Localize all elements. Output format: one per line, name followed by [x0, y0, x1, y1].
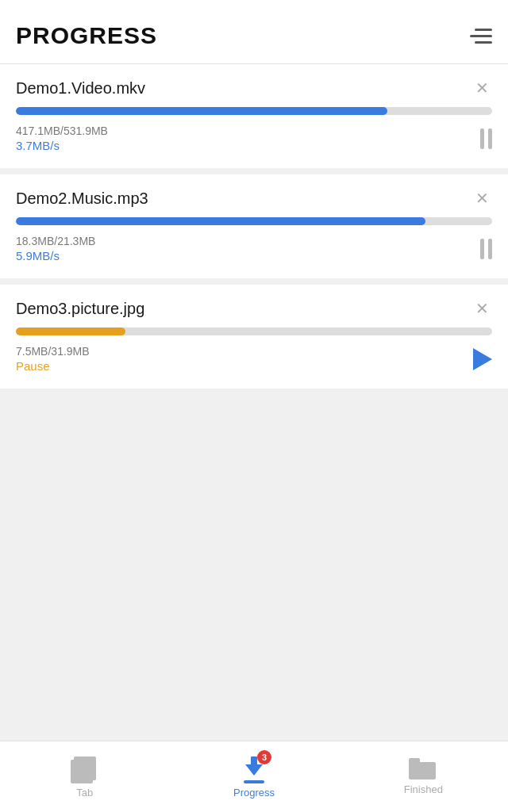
- progress-badge: 3: [257, 750, 271, 764]
- download-underline: [244, 780, 264, 783]
- folder-icon: [409, 758, 437, 780]
- item3-size: 7.5MB/31.9MB: [16, 345, 90, 358]
- nav-progress[interactable]: 3 Progress: [169, 741, 338, 812]
- pause-bar-left: [480, 128, 484, 149]
- nav-tab-label: Tab: [76, 787, 93, 799]
- tab-icon: [71, 755, 99, 783]
- menu-icon-line1: [475, 29, 492, 31]
- item1-stats: 417.1MB/531.9MB 3.7MB/s: [16, 124, 108, 152]
- item3-speed: Pause: [16, 359, 90, 373]
- item2-progress-track: [16, 217, 492, 225]
- download-item-2: Demo2.Music.mp3 ✕ 18.3MB/21.3MB 5.9MB/s: [0, 174, 508, 278]
- item1-pause-button[interactable]: [480, 128, 492, 149]
- download-item-3: Demo3.picture.jpg ✕ 7.5MB/31.9MB Pause: [0, 285, 508, 389]
- item2-stats: 18.3MB/21.3MB 5.9MB/s: [16, 235, 95, 262]
- item2-speed: 5.9MB/s: [16, 249, 95, 262]
- item2-close-button[interactable]: ✕: [472, 189, 492, 208]
- item2-filename: Demo2.Music.mp3: [16, 190, 148, 208]
- nav-finished[interactable]: Finished: [339, 741, 508, 812]
- download-item-1: Demo1.Video.mkv ✕ 417.1MB/531.9MB 3.7MB/…: [0, 64, 508, 168]
- item2-progress-fill: [16, 217, 425, 225]
- item3-play-button[interactable]: [473, 348, 492, 370]
- item3-footer: 7.5MB/31.9MB Pause: [16, 345, 492, 373]
- item1-footer: 417.1MB/531.9MB 3.7MB/s: [16, 124, 492, 152]
- item1-progress-fill: [16, 107, 387, 115]
- content-area: Demo1.Video.mkv ✕ 417.1MB/531.9MB 3.7MB/…: [0, 64, 508, 741]
- nav-finished-label: Finished: [404, 783, 443, 795]
- item1-progress-track: [16, 107, 492, 115]
- nav-tab[interactable]: Tab: [0, 741, 169, 812]
- item1-filename: Demo1.Video.mkv: [16, 79, 145, 98]
- folder-body: [409, 762, 436, 779]
- pause-bar2-left: [480, 239, 484, 259]
- item3-progress-track: [16, 327, 492, 335]
- tab-icon-front: [71, 760, 93, 783]
- item3-close-button[interactable]: ✕: [472, 299, 492, 318]
- menu-button[interactable]: [470, 29, 492, 44]
- menu-icon-line3: [475, 41, 492, 44]
- header: PROGRESS: [0, 0, 508, 64]
- progress-nav-icon: 3: [240, 755, 268, 783]
- download-arrowhead: [245, 764, 263, 776]
- bottom-navigation: Tab 3 Progress Finished: [0, 741, 508, 812]
- item1-size: 417.1MB/531.9MB: [16, 124, 108, 137]
- item1-speed: 3.7MB/s: [16, 139, 108, 152]
- item3-header: Demo3.picture.jpg ✕: [16, 299, 492, 318]
- page-title: PROGRESS: [16, 22, 157, 49]
- pause-bar-right: [488, 128, 492, 149]
- menu-icon-line2: [470, 35, 492, 37]
- item2-header: Demo2.Music.mp3 ✕: [16, 189, 492, 208]
- item2-size: 18.3MB/21.3MB: [16, 235, 95, 247]
- item1-header: Demo1.Video.mkv ✕: [16, 79, 492, 98]
- item2-pause-button[interactable]: [480, 239, 492, 259]
- item3-stats: 7.5MB/31.9MB Pause: [16, 345, 90, 373]
- pause-bar2-right: [488, 239, 492, 259]
- item2-footer: 18.3MB/21.3MB 5.9MB/s: [16, 235, 492, 262]
- item1-close-button[interactable]: ✕: [472, 79, 492, 98]
- item3-progress-fill: [16, 327, 125, 335]
- item3-filename: Demo3.picture.jpg: [16, 300, 144, 318]
- nav-progress-label: Progress: [233, 787, 275, 799]
